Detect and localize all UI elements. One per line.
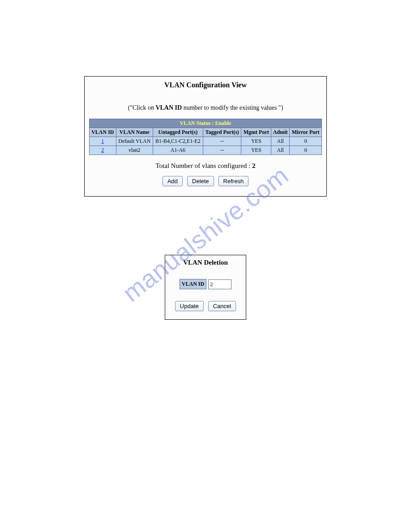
panel-title: VLAN Configuration View — [85, 77, 326, 92]
cell-tagged: -- — [203, 137, 241, 146]
deletion-button-row: Update Cancel — [165, 299, 246, 313]
cell-admit: All — [271, 137, 290, 146]
delete-button[interactable]: Delete — [187, 176, 214, 186]
subtitle-prefix: ("Click on — [128, 104, 156, 111]
vlan-status-row: VLAN Status : Enable — [90, 119, 322, 128]
table-row: 2 vlan2 A1-A6 -- YES All 0 — [90, 146, 322, 155]
vlan-id-row: VLAN ID — [180, 279, 231, 289]
add-button[interactable]: Add — [163, 176, 183, 186]
col-vlan-id: VLAN ID — [90, 128, 116, 137]
vlan-deletion-panel: VLAN Deletion VLAN ID Update Cancel — [165, 255, 246, 320]
table-row: 1 Default VLAN B1-B4,C1-C2,E1-E2 -- YES … — [90, 137, 322, 146]
cell-mirror: 0 — [290, 146, 322, 155]
refresh-button[interactable]: Refresh — [218, 176, 249, 186]
total-line: Total Number of vlans configured : 2 — [85, 155, 326, 174]
cell-name: vlan2 — [116, 146, 153, 155]
vlan-config-panel: VLAN Configuration View ("Click on VLAN … — [84, 76, 327, 197]
cell-mirror: 0 — [290, 137, 322, 146]
subtitle-bold: VLAN ID — [155, 104, 182, 111]
vlan-id-label: VLAN ID — [180, 279, 206, 289]
col-mgmt: Mgmt Port — [241, 128, 271, 137]
update-button[interactable]: Update — [175, 301, 204, 311]
col-untagged: Untagged Port(s) — [153, 128, 203, 137]
vlan-status-cell: VLAN Status : Enable — [90, 119, 322, 128]
cell-untagged: B1-B4,C1-C2,E1-E2 — [153, 137, 203, 146]
total-count: 2 — [252, 162, 256, 169]
cell-mgmt: YES — [241, 146, 271, 155]
col-vlan-name: VLAN Name — [116, 128, 153, 137]
vlan-id-input[interactable] — [208, 279, 231, 289]
cell-tagged: -- — [203, 146, 241, 155]
cell-name: Default VLAN — [116, 137, 153, 146]
vlan-id-link[interactable]: 1 — [101, 138, 104, 144]
panel-subtitle: ("Click on VLAN ID number to modify the … — [85, 92, 326, 119]
vlan-table: VLAN Status : Enable VLAN ID VLAN Name U… — [89, 119, 322, 155]
vlan-id-link[interactable]: 2 — [101, 147, 104, 153]
total-prefix: Total Number of vlans configured : — [155, 162, 252, 169]
config-button-row: Add Delete Refresh — [85, 174, 326, 188]
col-mirror: Mirror Port — [290, 128, 322, 137]
cell-untagged: A1-A6 — [153, 146, 203, 155]
cell-admit: All — [271, 146, 290, 155]
deletion-title: VLAN Deletion — [165, 255, 246, 279]
col-tagged: Tagged Port(s) — [203, 128, 241, 137]
vlan-header-row: VLAN ID VLAN Name Untagged Port(s) Tagge… — [90, 128, 322, 137]
col-admit: Admit — [271, 128, 290, 137]
cell-mgmt: YES — [241, 137, 271, 146]
subtitle-suffix: number to modify the existing values ") — [182, 104, 283, 111]
cancel-button[interactable]: Cancel — [208, 301, 236, 311]
